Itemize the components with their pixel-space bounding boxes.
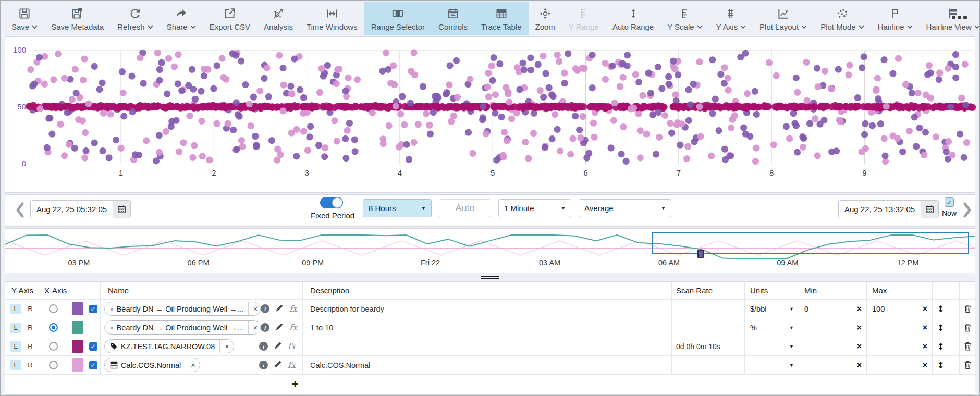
interval-select[interactable]: 1 Minute▼ [498, 199, 571, 217]
edit-pencil-icon[interactable] [274, 341, 282, 350]
trace-name-pill[interactable]: ●Beardy DN → Oil Producing Well →...× [104, 320, 261, 335]
min-input[interactable]: 0× [799, 300, 866, 318]
fixed-period-toggle[interactable] [320, 197, 343, 208]
x-axis-radio[interactable] [49, 342, 58, 351]
info-icon[interactable]: i [259, 361, 268, 369]
y-axis-right-button[interactable]: R [24, 304, 36, 314]
dropdown-arrow-icon[interactable]: ▼ [789, 363, 794, 368]
start-calendar-button[interactable] [113, 201, 130, 218]
scatter-plot[interactable]: 123456789100500 [5, 37, 976, 192]
splitter-grip-icon[interactable] [481, 276, 499, 281]
next-range-button[interactable] [962, 202, 973, 220]
edit-pencil-icon[interactable] [275, 323, 284, 331]
toolbar-button-trace-table[interactable]: Trace Table [474, 2, 529, 35]
range-selection-handle[interactable] [697, 250, 704, 258]
x-axis-radio[interactable] [49, 323, 58, 332]
toolbar-button-y-axis[interactable]: Y Axis [709, 2, 753, 35]
x-axis-radio[interactable] [49, 304, 58, 313]
max-input[interactable]: × [866, 337, 932, 355]
y-axis-left-button[interactable]: L [10, 360, 21, 370]
toolbar-button-hairline[interactable]: Hairline [871, 2, 920, 35]
previous-range-button[interactable] [15, 202, 25, 220]
toolbar-button-y-scale[interactable]: Y Scale [660, 2, 709, 35]
min-input[interactable]: × [799, 318, 866, 337]
toolbar-button-zoom[interactable]: Zoom [529, 2, 562, 35]
description-cell[interactable]: Description for beardy [302, 300, 671, 318]
toolbar-button-refresh[interactable]: Refresh [111, 2, 160, 35]
y-axis-left-button[interactable]: L [10, 341, 21, 352]
trace-visibility-checkbox[interactable]: ✓ [89, 342, 97, 351]
remove-trace-button[interactable]: × [186, 358, 200, 372]
remove-trace-button[interactable]: × [248, 321, 262, 334]
delete-trace-button[interactable] [959, 337, 975, 355]
panel-splitter[interactable] [5, 273, 975, 281]
clear-max-button[interactable]: × [923, 324, 927, 332]
delete-trash-icon[interactable] [963, 360, 972, 370]
clear-max-button[interactable]: × [923, 342, 927, 351]
description-cell[interactable]: Calc.COS.Normal [302, 356, 671, 374]
x-axis-radio[interactable] [49, 361, 58, 369]
remove-trace-button[interactable]: × [219, 340, 234, 353]
toolbar-button-save-metadata[interactable]: Save Metadata [44, 2, 111, 35]
auto-range-trace-button[interactable]: ↕ [932, 337, 949, 355]
trace-color-swatch[interactable] [72, 302, 83, 315]
y-axis-left-button[interactable]: L [10, 304, 21, 314]
end-calendar-button[interactable] [921, 201, 938, 218]
description-cell[interactable]: 1 to 10 [302, 318, 671, 337]
max-input[interactable]: × [866, 318, 932, 337]
clear-min-button[interactable]: × [857, 342, 862, 351]
trace-name-pill[interactable]: ●Beardy DN → Oil Producing Well →...× [104, 302, 261, 316]
y-axis-right-button[interactable]: R [24, 341, 36, 352]
dropdown-arrow-icon[interactable]: ▼ [789, 344, 794, 349]
delete-trace-button[interactable] [959, 318, 975, 337]
clear-max-button[interactable]: × [923, 305, 927, 313]
edit-pencil-icon[interactable] [275, 304, 284, 312]
units-select[interactable]: ▼ [744, 356, 799, 374]
info-icon[interactable]: i [261, 323, 270, 332]
trace-name-pill[interactable]: KZ.TEST.TAG.NARROW.08× [104, 339, 234, 353]
dropdown-arrow-icon[interactable]: ▼ [789, 325, 794, 330]
trace-color-swatch[interactable] [72, 358, 83, 372]
trace-visibility-checkbox[interactable]: ✓ [89, 305, 97, 313]
delete-trash-icon[interactable] [963, 323, 972, 332]
toolbar-button-hairline-view[interactable]: Hairline View [920, 2, 980, 35]
units-select[interactable]: $/bbl▼ [744, 300, 799, 318]
function-fx-icon[interactable]: fx [288, 341, 296, 351]
remove-trace-button[interactable]: × [248, 302, 262, 315]
toolbar-button-save[interactable]: Save [5, 2, 44, 35]
delete-trash-icon[interactable] [963, 304, 972, 314]
clear-min-button[interactable]: × [857, 305, 862, 313]
min-input[interactable]: × [799, 337, 866, 355]
function-fx-icon[interactable]: fx [289, 304, 297, 314]
overview-timeline[interactable]: 03 PM06 PM09 PMFri 2203 AM06 AM09 AM12 P… [5, 228, 975, 273]
min-input[interactable]: × [799, 356, 866, 374]
period-select[interactable]: 8 Hours▼ [363, 199, 432, 217]
edit-pencil-icon[interactable] [274, 360, 282, 368]
info-icon[interactable]: i [261, 304, 270, 313]
auto-range-trace-button[interactable]: ↕ [932, 318, 949, 337]
trace-color-swatch[interactable] [72, 321, 83, 334]
toolbar-button-analysis[interactable]: Analysis [257, 2, 300, 35]
auto-range-trace-button[interactable]: ↕ [932, 356, 949, 374]
trace-visibility-checkbox[interactable]: ✓ [89, 361, 97, 369]
delete-trace-button[interactable] [959, 300, 975, 318]
toolbar-button-export-csv[interactable]: Export CSV [203, 2, 257, 35]
toolbar-button-plot-layout[interactable]: Plot Layout [753, 2, 814, 35]
aggregate-select[interactable]: Average▼ [579, 199, 671, 217]
y-axis-right-button[interactable]: R [24, 360, 36, 370]
more-options-button[interactable] [952, 16, 967, 19]
toolbar-button-range-selector[interactable]: Range Selector [364, 2, 432, 35]
toolbar-button-share[interactable]: Share [160, 2, 203, 35]
end-date-input[interactable]: Aug 22, 25 13:32:05 [839, 201, 921, 218]
clear-max-button[interactable]: × [923, 361, 927, 369]
description-cell[interactable] [302, 337, 671, 355]
delete-trash-icon[interactable] [963, 341, 972, 351]
add-trace-button[interactable]: + [292, 378, 302, 390]
units-select[interactable]: ▼ [744, 337, 799, 355]
toolbar-button-plot-mode[interactable]: Plot Mode [814, 2, 871, 35]
trace-color-swatch[interactable] [72, 340, 83, 353]
y-axis-left-button[interactable]: L [10, 323, 21, 333]
y-axis-right-button[interactable]: R [24, 323, 36, 333]
function-fx-icon[interactable]: fx [289, 323, 297, 332]
function-fx-icon[interactable]: fx [288, 360, 296, 370]
